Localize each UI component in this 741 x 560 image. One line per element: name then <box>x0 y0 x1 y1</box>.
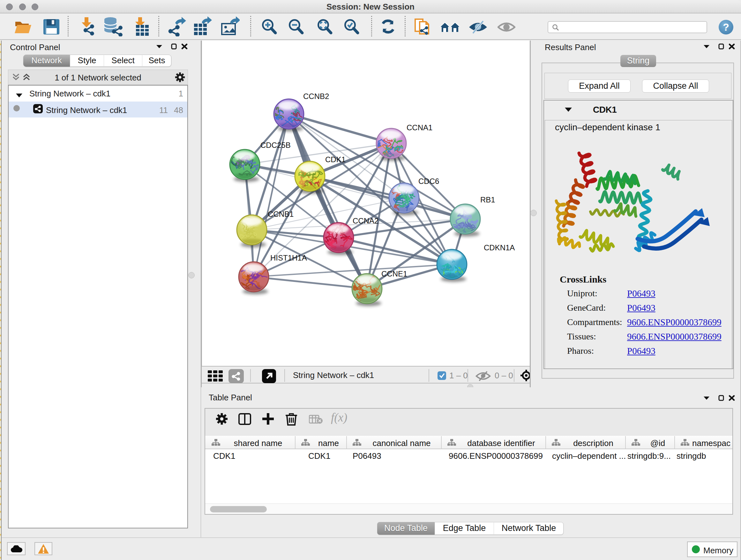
svg-text:HIST1H1A: HIST1H1A <box>270 253 307 262</box>
svg-text:CDC6: CDC6 <box>418 177 439 186</box>
svg-text:CDC25B: CDC25B <box>260 141 291 149</box>
svg-text:CDKN1A: CDKN1A <box>484 243 515 252</box>
svg-text:CCNB1: CCNB1 <box>268 210 293 219</box>
svg-text:CCNA1: CCNA1 <box>407 123 432 132</box>
svg-text:CCNB2: CCNB2 <box>303 92 329 101</box>
svg-text:CCNA2: CCNA2 <box>353 216 379 225</box>
svg-text:CCNE1: CCNE1 <box>381 269 407 278</box>
svg-text:CDK1: CDK1 <box>325 155 346 164</box>
svg-text:RB1: RB1 <box>480 195 495 204</box>
